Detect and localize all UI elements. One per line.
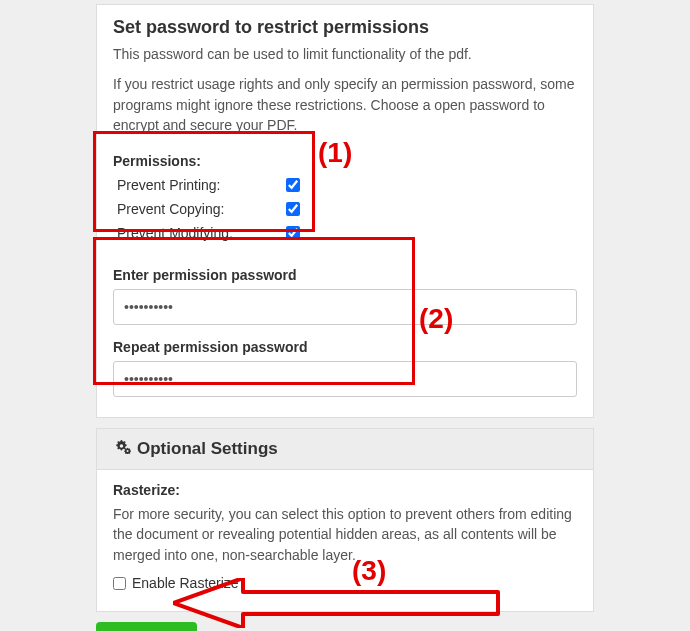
restrict-permissions-panel: Set password to restrict permissions Thi… — [96, 4, 594, 418]
permissions-label: Permissions: — [113, 153, 577, 169]
perm-label-copying: Prevent Copying: — [117, 201, 224, 217]
perm-row-copying: Prevent Copying: — [113, 197, 303, 221]
section-title: Set password to restrict permissions — [113, 17, 577, 38]
perm-checkbox-modifying[interactable] — [286, 226, 300, 240]
perm-row-modifying: Prevent Modifying: — [113, 221, 303, 245]
perm-checkbox-printing[interactable] — [286, 178, 300, 192]
rasterize-label: Rasterize: — [113, 482, 577, 498]
optional-settings-header: Optional Settings — [97, 429, 593, 470]
perm-label-modifying: Prevent Modifying: — [117, 225, 233, 241]
enable-rasterize-checkbox[interactable] — [113, 577, 126, 590]
permissions-group: Permissions: Prevent Printing: Prevent C… — [113, 145, 577, 253]
repeat-password-block: Repeat permission password — [113, 339, 577, 397]
section-desc2: If you restrict usage rights and only sp… — [113, 74, 577, 135]
enter-password-block: Enter permission password — [113, 267, 577, 325]
repeat-password-label: Repeat permission password — [113, 339, 577, 355]
enter-password-label: Enter permission password — [113, 267, 577, 283]
rasterize-desc: For more security, you can select this o… — [113, 504, 577, 565]
perm-row-printing: Prevent Printing: — [113, 173, 303, 197]
repeat-password-input[interactable] — [113, 361, 577, 397]
section-desc1: This password can be used to limit funct… — [113, 44, 577, 64]
optional-settings-title: Optional Settings — [137, 439, 278, 459]
optional-settings-panel: Optional Settings Rasterize: For more se… — [96, 428, 594, 612]
enable-rasterize-label: Enable Rasterize — [132, 575, 239, 591]
enter-password-input[interactable] — [113, 289, 577, 325]
perm-label-printing: Prevent Printing: — [117, 177, 221, 193]
start-button[interactable]: START — [96, 622, 197, 631]
gears-icon — [113, 439, 131, 459]
perm-checkbox-copying[interactable] — [286, 202, 300, 216]
enable-rasterize-row: Enable Rasterize — [113, 575, 577, 591]
